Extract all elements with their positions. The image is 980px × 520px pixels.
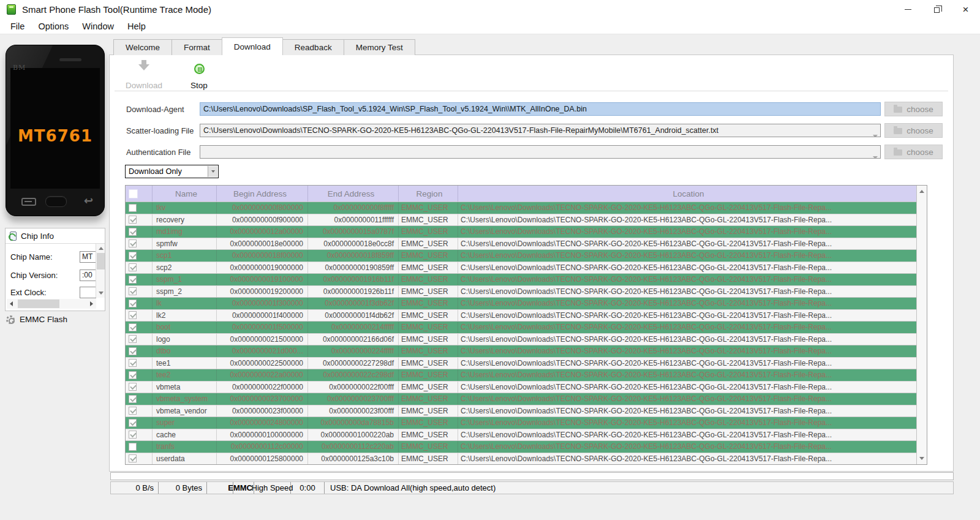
chip-version-value[interactable]: :00 [80,269,96,281]
chip-info-header[interactable]: Chip Info [6,228,105,244]
chevron-down-icon[interactable] [208,166,217,177]
row-checkbox[interactable] [129,407,137,415]
partition-row-lk2[interactable]: lk2 0x000000001f400000 0x000000001f4db62… [126,309,916,322]
minimize-button[interactable] [894,0,922,18]
row-checkbox[interactable] [129,443,137,451]
cell-region: EMMC_USER [399,345,458,357]
scroll-up-icon[interactable] [917,187,927,196]
cell-name: sspm_2 [153,286,217,298]
cell-location: C:\Users\Lenovo\Downloads\TECNO-SPARK-GO… [458,358,916,369]
vscroll-thumb[interactable] [97,253,105,269]
partition-row-md1img[interactable]: md1img 0x0000000012a00000 0x0000000015a0… [126,225,916,238]
table-vscrollbar[interactable] [916,186,927,464]
download-button[interactable]: Download [120,61,168,92]
chevron-down-icon[interactable] [873,129,878,137]
cell-end: 0x00000000da78815b [308,417,399,429]
row-checkbox[interactable] [129,276,137,284]
hscroll-thumb[interactable] [18,300,59,308]
cell-begin: 0x0000000112c00000 [217,441,308,453]
auth-file-choose-button[interactable]: choose [884,145,943,159]
scroll-up-icon[interactable] [96,244,105,253]
row-checkbox[interactable] [129,454,137,462]
partition-row-scp2[interactable]: scp2 0x0000000019000000 0x00000000190859… [126,262,916,274]
chip-name-value[interactable]: MT [80,251,96,263]
partition-row-vbmeta_system[interactable]: vbmeta_system 0x0000000023700000 0x00000… [126,393,916,405]
download-agent-choose-button[interactable]: choose [884,102,943,116]
partition-row-sspm_2[interactable]: sspm_2 0x0000000019200000 0x000000001926… [126,285,916,298]
menu-options[interactable]: Options [31,21,75,31]
row-checkbox[interactable] [129,300,137,307]
download-agent-input[interactable]: C:\Users\Lenovo\Downloads\SP_Flash_Tool_… [200,102,881,116]
row-checkbox[interactable] [129,359,137,367]
row-checkbox[interactable] [129,239,137,247]
partition-row-vbmeta[interactable]: vbmeta 0x0000000022f00000 0x0000000022f0… [126,381,916,393]
menu-file[interactable]: File [4,21,31,31]
partition-row-spmfw[interactable]: spmfw 0x0000000018e00000 0x0000000018e0c… [126,238,916,250]
row-checkbox-cell [126,286,153,298]
scroll-left-icon[interactable] [7,299,16,308]
partition-row-boot[interactable]: boot 0x000000001f500000 0x00000000214fff… [126,321,916,333]
partition-row-scp1[interactable]: scp1 0x0000000018f00000 0x0000000018f859… [126,249,916,262]
tab-memory-test[interactable]: Memory Test [344,39,415,55]
partition-row-dtbo[interactable]: dtbo 0x0000000021d000... 0x00000000224ff… [126,345,916,357]
chevron-down-icon[interactable] [873,151,878,159]
menu-window[interactable]: Window [75,21,121,31]
row-checkbox[interactable] [129,395,137,403]
row-checkbox[interactable] [129,383,137,391]
download-mode-select[interactable]: Download Only [125,165,219,178]
partition-row-tee1[interactable]: tee1 0x0000000022500000 0x00000000227298… [126,357,916,369]
row-checkbox[interactable] [129,419,137,427]
partition-row-tkv[interactable]: tkv 0x000000000f800000 0x000000000f8ffff… [126,202,916,214]
scatter-file-choose-button[interactable]: choose [884,123,943,138]
row-checkbox[interactable] [129,252,137,260]
row-checkbox[interactable] [129,323,137,331]
row-checkbox[interactable] [129,263,137,271]
header-begin-address: Begin Address [217,186,308,202]
scatter-file-input[interactable]: C:\Users\Lenovo\Downloads\TECNO-SPARK-GO… [200,124,881,137]
row-checkbox[interactable] [129,431,137,439]
row-checkbox[interactable] [129,228,137,236]
emmc-flash-section[interactable]: EMMC Flash [6,315,67,324]
stop-button[interactable]: Stop [175,61,223,92]
select-all-checkbox[interactable] [129,189,138,198]
cell-name: lk2 [153,310,217,322]
partition-row-logo[interactable]: logo 0x0000000021500000 0x000000002166d0… [126,333,916,345]
cell-end: 0x0000000022f00fff [308,382,399,393]
row-checkbox[interactable] [129,204,137,212]
chip-info-vscrollbar[interactable] [96,244,105,298]
row-checkbox[interactable] [129,216,137,224]
row-checkbox[interactable] [129,287,137,295]
row-checkbox[interactable] [129,371,137,379]
partition-row-cache[interactable]: cache 0x0000000100000000 0x0000000100022… [126,429,916,441]
scroll-right-icon[interactable] [87,299,96,308]
row-checkbox[interactable] [129,335,137,343]
cell-location: C:\Users\Lenovo\Downloads\TECNO-SPARK-GO… [458,286,916,298]
auth-file-input[interactable] [200,145,881,159]
partition-row-userdata[interactable]: userdata 0x0000000125800000 0x0000000125… [126,453,916,465]
partition-row-sspm_1[interactable]: sspm_1 0x0000000019100000 0x000000001916… [126,273,916,285]
restore-button[interactable] [922,0,951,18]
chip-info-hscrollbar[interactable] [7,299,96,309]
tab-readback[interactable]: Readback [282,39,344,55]
row-checkbox[interactable] [129,311,137,319]
tab-welcome[interactable]: Welcome [113,39,172,55]
partition-row-lk[interactable]: lk 0x000000001f300000 0x000000001f3db62f… [126,297,916,309]
ext-clock-value[interactable] [80,287,96,298]
partition-row-tranfs[interactable]: tranfs 0x0000000112c00000 0x0000000112c2… [126,440,916,453]
row-checkbox[interactable] [129,347,137,355]
menu-help[interactable]: Help [121,21,153,31]
partition-row-super[interactable]: super 0x0000000024800000 0x00000000da788… [126,416,916,429]
partition-row-vbmeta_vendor[interactable]: vbmeta_vendor 0x0000000023f00000 0x00000… [126,405,916,417]
header-end-address: End Address [308,186,399,202]
partition-row-recovery[interactable]: recovery 0x000000000f900000 0x0000000011… [126,214,916,226]
scroll-down-icon[interactable] [96,288,105,298]
cell-end: 0x000000002166d06f [308,334,399,345]
partition-row-tee2[interactable]: tee2 0x0000000022a00000 0x0000000022c298… [126,369,916,381]
tab-download[interactable]: Download [222,37,283,55]
tab-format[interactable]: Format [172,39,222,55]
cell-region: EMMC_USER [399,298,458,309]
scroll-down-icon[interactable] [917,454,927,463]
close-button[interactable]: × [951,0,980,18]
cell-begin: 0x0000000012a00000 [217,226,308,238]
cell-name: cache [153,429,217,441]
